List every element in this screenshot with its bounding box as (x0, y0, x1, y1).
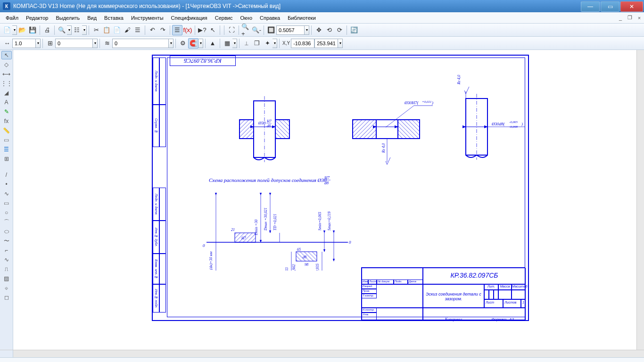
polyline-tool[interactable]: ⎍ (1, 265, 12, 273)
doc-close-icon[interactable]: × (636, 14, 643, 22)
coord-y-input[interactable] (314, 39, 338, 48)
format-button[interactable]: 🖌 (122, 25, 132, 35)
menu-editor[interactable]: Редактор (22, 14, 52, 22)
edit-tool[interactable]: ✎ (1, 107, 12, 116)
manager-button[interactable]: ☰ (172, 25, 182, 35)
select-tool[interactable]: ↖ (1, 51, 12, 59)
rebuild-button[interactable]: 🔄 (349, 25, 359, 35)
step-input[interactable] (12, 39, 36, 48)
menu-view[interactable]: Вид (83, 14, 100, 22)
vars-button[interactable]: f(x) (182, 25, 193, 35)
assoc-tool[interactable]: ⊞ (1, 155, 12, 163)
layer-dropdown[interactable]: ▾ (169, 39, 173, 48)
cut-button[interactable]: ✂ (91, 25, 101, 35)
maximize-button[interactable]: ▭ (601, 1, 619, 12)
zoom-input[interactable] (276, 25, 305, 35)
preview-button[interactable]: 🔍 (57, 25, 67, 35)
coord-x-input[interactable] (291, 39, 314, 48)
zoom-out-button[interactable]: 🔍- (251, 25, 262, 35)
menu-select[interactable]: Выделить (52, 14, 83, 22)
menu-help[interactable]: Справка (256, 14, 284, 22)
aux-line-tool[interactable]: ∿ (1, 189, 12, 198)
props-button[interactable]: ☷ (72, 25, 82, 35)
menu-service[interactable]: Сервис (211, 14, 237, 22)
bezier-tool[interactable]: ∿ (1, 255, 12, 264)
minimize-button[interactable]: — (581, 1, 600, 12)
save-button[interactable]: 💾 (27, 25, 38, 35)
undo-button[interactable]: ↶ (147, 25, 157, 35)
svg-rect-13 (398, 120, 420, 139)
measure-tool[interactable]: 📏 (1, 126, 12, 135)
arrow-button[interactable]: ↖ (207, 25, 218, 35)
doc-minimize-icon[interactable]: _ (617, 14, 624, 22)
grid-button[interactable]: ▦ (222, 38, 232, 49)
svg-text:0: 0 (203, 243, 205, 248)
param-tool[interactable]: fx (1, 117, 12, 125)
hatch-tool[interactable]: ▨ (1, 274, 12, 283)
preview-dropdown[interactable]: ▾ (67, 25, 72, 35)
menu-spec[interactable]: Спецификация (167, 14, 211, 22)
zoom-dropdown[interactable]: ▾ (305, 25, 309, 35)
prev-view-button[interactable]: ⟲ (324, 25, 334, 35)
equidist-tool[interactable]: ⟐ (1, 284, 12, 292)
vertical-scrollbar[interactable] (636, 50, 644, 350)
round-button[interactable]: ❐ (252, 38, 262, 49)
notation-tool[interactable]: ⋮⋮ (1, 79, 12, 88)
contour-tool[interactable]: ◻ (1, 293, 12, 302)
fit-button[interactable]: ⛶ (226, 25, 237, 35)
ellipse-tool[interactable]: ⬭ (1, 227, 12, 236)
geometry-tool[interactable]: ◇ (1, 60, 12, 69)
circle-tool[interactable]: ○ (1, 208, 12, 217)
highlight-tool[interactable]: ▭ (1, 136, 12, 144)
view-mgr-button[interactable]: ⊞ (45, 38, 55, 49)
step-button[interactable]: ↔ (2, 38, 12, 49)
text-tool[interactable]: A (1, 98, 12, 107)
layer-button[interactable]: ≋ (102, 38, 112, 49)
spec-tool[interactable]: ☰ (1, 145, 12, 154)
fillet-tool[interactable]: ⌐ (1, 246, 12, 255)
line-tool[interactable]: / (1, 171, 12, 179)
rect-tool[interactable]: ▭ (1, 199, 12, 207)
next-view-button[interactable]: ⟳ (334, 25, 345, 35)
snap-dropdown[interactable]: ▾ (198, 39, 203, 48)
zoom-in-button[interactable]: 🔍+ (241, 25, 251, 35)
step-dropdown[interactable]: ▾ (36, 39, 41, 48)
new-dropdown[interactable]: ▾ (12, 25, 17, 35)
open-button[interactable]: 📂 (17, 25, 27, 35)
redo-button[interactable]: ↷ (157, 25, 168, 35)
horizontal-scrollbar[interactable] (0, 350, 644, 357)
pan-button[interactable]: ✥ (314, 25, 324, 35)
snap-toggle-button[interactable]: 🧲 (188, 38, 198, 49)
layer-input[interactable] (112, 39, 169, 48)
dimension-tool[interactable]: ⟷ (1, 70, 12, 78)
help-button[interactable]: ▶? (197, 25, 207, 35)
spline-tool[interactable]: 〜 (1, 237, 12, 245)
lcs-button[interactable]: ✦ (262, 38, 272, 49)
attrs-button[interactable]: ☰ (132, 25, 143, 35)
new-doc-button[interactable]: 📄 (2, 25, 12, 35)
zoom-window-button[interactable]: 🔲 (266, 25, 276, 35)
menu-insert[interactable]: Вставка (100, 14, 127, 22)
copy-button[interactable]: 📋 (101, 25, 112, 35)
view-input[interactable] (55, 39, 93, 48)
param-button[interactable]: ▲ (207, 38, 218, 49)
props-dropdown[interactable]: ▾ (82, 25, 87, 35)
close-button[interactable]: ✕ (620, 1, 643, 12)
menu-libraries[interactable]: Библиотеки (284, 14, 320, 22)
menu-window[interactable]: Окно (236, 14, 256, 22)
canvas[interactable]: КР.36.82.097СБ Подп. и дата Справ. № Под… (13, 50, 644, 350)
print-button[interactable]: 🖨 (42, 25, 52, 35)
menu-file[interactable]: Файл (2, 14, 22, 22)
orient-button[interactable]: ⟂ (241, 38, 252, 49)
doc-restore-icon[interactable]: ❐ (626, 14, 634, 22)
lcs-dropdown[interactable]: ▾ (272, 39, 277, 48)
menu-tools[interactable]: Инструменты (127, 14, 167, 22)
point-tool[interactable]: • (1, 180, 12, 189)
paste-button[interactable]: 📄 (112, 25, 122, 35)
arc-tool[interactable]: ⌒ (1, 218, 12, 226)
snap-cfg-button[interactable]: ⚙ (178, 38, 188, 49)
symbol-tool[interactable]: ◢ (1, 89, 12, 97)
coord-dropdown[interactable]: ▾ (338, 39, 343, 48)
grid-dropdown[interactable]: ▾ (232, 39, 237, 48)
view-dropdown[interactable]: ▾ (93, 39, 98, 48)
